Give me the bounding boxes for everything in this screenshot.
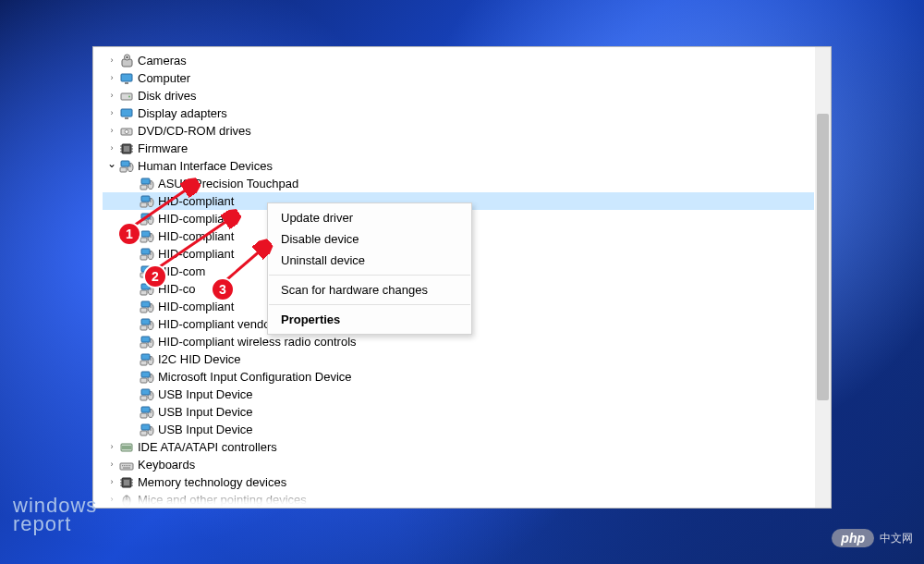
menu-item[interactable]: Disable device xyxy=(268,228,471,250)
tree-item-label: Display adapters xyxy=(138,104,227,122)
spacer xyxy=(127,389,138,400)
chevron-down-icon[interactable]: ⌄ xyxy=(106,159,117,170)
spacer xyxy=(127,249,138,260)
tree-category[interactable]: ›Memory technology devices xyxy=(103,473,814,491)
chevron-right-icon[interactable]: › xyxy=(106,73,117,84)
hid-icon xyxy=(140,177,154,191)
chevron-right-icon[interactable]: › xyxy=(106,108,117,119)
tree-item-label: Memory technology devices xyxy=(138,473,286,491)
tree-item-label: Computer xyxy=(138,69,190,87)
tree-item-label: Cameras xyxy=(138,52,187,69)
chevron-right-icon[interactable]: › xyxy=(106,143,117,154)
tree-category[interactable]: ›Cameras xyxy=(103,52,814,69)
hid-icon xyxy=(119,159,134,174)
desktop-background: ›Cameras›Computer›Disk drives›Display ad… xyxy=(0,0,924,564)
bottom-fade xyxy=(93,495,814,508)
tree-item-label: USB Input Device xyxy=(158,386,253,403)
tree-item-label: IDE ATA/ATAPI controllers xyxy=(138,438,277,456)
tree-item-label: Human Interface Devices xyxy=(138,157,273,175)
tree-item-label: USB Input Device xyxy=(158,421,253,438)
spacer xyxy=(127,284,138,295)
spacer xyxy=(127,266,138,277)
spacer xyxy=(127,372,138,383)
chevron-right-icon[interactable]: › xyxy=(106,442,117,453)
device-manager-window: ›Cameras›Computer›Disk drives›Display ad… xyxy=(92,46,832,509)
tree-item-label: ASUS Precision Touchpad xyxy=(158,175,298,192)
tree-category[interactable]: ›Computer xyxy=(103,69,814,87)
chevron-right-icon[interactable]: › xyxy=(106,126,117,137)
tree-item-label: HID-compliant wireless radio controls xyxy=(158,333,357,350)
tree-item-label: I2C HID Device xyxy=(158,350,241,368)
context-menu: Update driverDisable deviceUninstall dev… xyxy=(267,202,472,335)
chevron-right-icon[interactable]: › xyxy=(106,55,117,67)
spacer xyxy=(127,301,138,313)
spacer xyxy=(127,178,138,190)
spacer xyxy=(127,337,138,348)
menu-separator xyxy=(269,275,470,276)
tree-category[interactable]: ›Keyboards xyxy=(103,456,814,473)
tree-category[interactable]: ›IDE ATA/ATAPI controllers xyxy=(103,438,814,456)
annotation-badge-3: 3 xyxy=(211,277,235,301)
tree-category[interactable]: ›Display adapters xyxy=(103,104,814,122)
tree-item-label: DVD/CD-ROM drives xyxy=(138,122,251,140)
chevron-right-icon[interactable]: › xyxy=(106,477,117,488)
vertical-scrollbar[interactable] xyxy=(815,47,831,508)
chevron-right-icon[interactable]: › xyxy=(106,460,117,471)
tree-device-item[interactable]: ASUS Precision Touchpad xyxy=(103,175,814,192)
tree-device-item[interactable]: Microsoft Input Configuration Device xyxy=(103,368,814,386)
discdrive-icon xyxy=(119,124,134,139)
hid-icon xyxy=(140,423,154,437)
spacer xyxy=(127,354,138,365)
disk-icon xyxy=(119,89,134,104)
menu-item[interactable]: Update driver xyxy=(268,207,471,228)
hid-icon xyxy=(140,352,154,367)
tree-item-label: HID-compliant xyxy=(158,245,234,263)
chip-icon xyxy=(119,141,134,156)
hid-icon xyxy=(140,247,154,262)
menu-item[interactable]: Scan for hardware changes xyxy=(268,279,471,300)
menu-separator xyxy=(269,304,470,305)
tree-device-item[interactable]: HID-compliant wireless radio controls xyxy=(103,333,814,350)
watermark-php-cn: php 中文网 xyxy=(832,529,913,547)
keyboard-icon xyxy=(119,458,134,472)
tree-device-item[interactable]: USB Input Device xyxy=(103,386,814,403)
tree-item-label: Keyboards xyxy=(138,456,195,473)
tree-item-label: Disk drives xyxy=(138,87,197,104)
tree-item-label: HID-compliant xyxy=(158,227,234,245)
scrollbar-thumb[interactable] xyxy=(817,114,829,400)
hid-icon xyxy=(140,229,154,244)
menu-item[interactable]: Uninstall device xyxy=(268,250,471,271)
tree-category[interactable]: ›Firmware xyxy=(103,140,814,157)
ide-icon xyxy=(119,440,134,455)
hid-icon xyxy=(140,212,154,227)
tree-item-label: USB Input Device xyxy=(158,403,253,421)
monitor-icon xyxy=(119,106,134,121)
hid-icon xyxy=(140,194,154,209)
tree-device-item[interactable]: USB Input Device xyxy=(103,403,814,421)
annotation-badge-2: 2 xyxy=(143,264,167,288)
menu-item[interactable]: Properties xyxy=(268,309,471,330)
hid-icon xyxy=(140,300,154,314)
hid-icon xyxy=(140,405,154,420)
tree-device-item[interactable]: I2C HID Device xyxy=(103,350,814,368)
chip-icon xyxy=(119,475,134,490)
tree-category[interactable]: ›Disk drives xyxy=(103,87,814,104)
hid-icon xyxy=(140,370,154,385)
tree-category[interactable]: ⌄Human Interface Devices xyxy=(103,157,814,175)
spacer xyxy=(127,424,138,435)
watermark-windows-report: windows report xyxy=(13,496,97,534)
annotation-badge-1: 1 xyxy=(117,222,141,246)
spacer xyxy=(127,319,138,330)
camera-icon xyxy=(119,54,134,68)
tree-category[interactable]: ›DVD/CD-ROM drives xyxy=(103,122,814,140)
monitor-icon xyxy=(119,71,134,86)
tree-item-label: HID-compliant xyxy=(158,210,234,227)
hid-icon xyxy=(140,335,154,349)
tree-item-label: Microsoft Input Configuration Device xyxy=(158,368,352,386)
spacer xyxy=(127,407,138,418)
chevron-right-icon[interactable]: › xyxy=(106,91,117,102)
hid-icon xyxy=(140,387,154,402)
spacer xyxy=(127,196,138,207)
tree-item-label: Firmware xyxy=(138,140,188,157)
tree-device-item[interactable]: USB Input Device xyxy=(103,421,814,438)
